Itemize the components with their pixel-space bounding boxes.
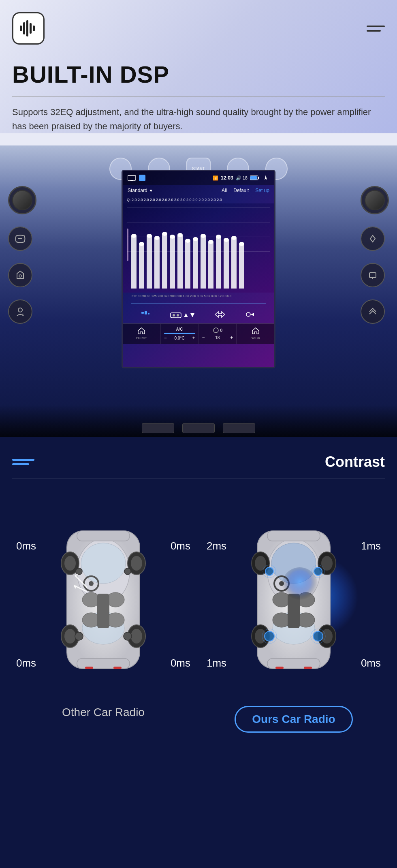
- svg-point-6: [19, 275, 21, 277]
- sound-wave-icon: [18, 18, 38, 38]
- our-top-left-ms: 2ms: [207, 540, 226, 552]
- svg-rect-30: [77, 531, 130, 541]
- svg-point-33: [64, 556, 76, 571]
- svg-point-61: [255, 556, 266, 571]
- svg-rect-84: [275, 667, 284, 669]
- other-top-left-ms: 0ms: [16, 540, 36, 552]
- center-screen: 📶 12:03 🔊 18 Standard ▼ All Default Set …: [122, 170, 275, 368]
- svg-rect-11: [128, 175, 136, 180]
- svg-point-81: [313, 631, 323, 641]
- preset-label: Standard: [128, 188, 147, 193]
- svg-rect-2: [26, 20, 28, 36]
- other-bottom-right-ms: 0ms: [171, 657, 190, 669]
- page-title: BUILT-IN DSP: [12, 61, 385, 88]
- hamburger-menu[interactable]: [367, 26, 385, 32]
- other-bottom-left-ms: 0ms: [16, 657, 36, 669]
- other-car-with-labels: 0ms 0ms 0ms 0ms: [12, 499, 194, 702]
- contrast-header: Contrast: [12, 453, 385, 470]
- svg-point-50: [124, 632, 132, 640]
- svg-point-63: [321, 556, 333, 571]
- contrast-title: Contrast: [325, 453, 385, 470]
- svg-point-24: [246, 312, 250, 316]
- comparison-section: Contrast 0ms 0ms 0ms 0ms: [0, 437, 397, 868]
- svg-rect-59: [267, 658, 320, 669]
- svg-marker-23: [190, 313, 194, 317]
- svg-rect-4: [33, 26, 35, 31]
- svg-rect-51: [85, 667, 93, 669]
- svg-point-77: [314, 567, 322, 575]
- svg-point-75: [265, 567, 273, 575]
- right-knob-top: [361, 186, 389, 214]
- svg-rect-17: [145, 311, 147, 314]
- our-car-label: Ours Car Radio: [252, 713, 335, 725]
- title-divider: [12, 96, 385, 97]
- svg-rect-31: [77, 658, 130, 669]
- other-car-badge: Other Car Radio: [62, 706, 145, 719]
- svg-rect-18: [148, 313, 149, 314]
- contrast-divider: [12, 479, 385, 479]
- svg-rect-1: [23, 22, 25, 34]
- our-bottom-left-ms: 1ms: [207, 657, 226, 669]
- svg-point-35: [131, 556, 142, 571]
- left-button-2: [8, 263, 32, 287]
- our-car-image: [245, 523, 342, 678]
- svg-rect-9: [369, 273, 376, 278]
- svg-point-46: [89, 581, 94, 586]
- header-section: BUILT-IN DSP Supports 32EQ adjustment, a…: [0, 0, 397, 133]
- our-car-side: 2ms 1ms 1ms 0ms: [203, 499, 385, 733]
- svg-point-25: [213, 328, 218, 333]
- svg-rect-14: [258, 177, 259, 179]
- car-image-section: START: [0, 145, 397, 437]
- svg-point-48: [124, 568, 131, 575]
- svg-point-47: [76, 568, 82, 575]
- svg-point-79: [265, 631, 274, 641]
- logo: [12, 12, 45, 45]
- svg-rect-19: [171, 313, 181, 318]
- svg-rect-3: [30, 23, 32, 34]
- svg-point-83: [282, 567, 318, 604]
- other-car-image: [55, 523, 152, 678]
- svg-point-39: [131, 629, 142, 644]
- other-car-label: Other Car Radio: [62, 706, 145, 718]
- our-car-badge-outline[interactable]: Ours Car Radio: [235, 706, 352, 733]
- svg-rect-85: [304, 667, 312, 669]
- right-button-1: [361, 227, 385, 251]
- our-car-badge[interactable]: Ours Car Radio: [235, 706, 352, 733]
- our-car-with-labels: 2ms 1ms 1ms 0ms: [203, 499, 385, 702]
- left-knob-top: [8, 186, 36, 214]
- svg-rect-16: [141, 312, 144, 314]
- screen-time: 12:03: [221, 175, 233, 181]
- svg-marker-22: [184, 313, 188, 317]
- other-top-right-ms: 0ms: [171, 540, 190, 552]
- right-button-3: [361, 299, 385, 324]
- cars-comparison: 0ms 0ms 0ms 0ms: [12, 499, 385, 733]
- right-button-2: [361, 263, 385, 287]
- svg-point-37: [64, 629, 76, 644]
- left-button-3: [8, 299, 32, 324]
- svg-rect-58: [267, 531, 320, 541]
- svg-rect-12: [130, 180, 133, 181]
- svg-rect-52: [113, 667, 122, 669]
- svg-rect-44: [97, 594, 109, 628]
- contrast-lines-icon: [12, 459, 34, 465]
- our-top-right-ms: 1ms: [361, 540, 381, 552]
- left-button-1: [8, 227, 32, 251]
- svg-point-7: [18, 308, 22, 312]
- svg-rect-15: [250, 176, 257, 180]
- svg-point-20: [173, 314, 175, 316]
- svg-point-21: [177, 314, 179, 316]
- svg-point-49: [75, 632, 83, 640]
- other-car-side: 0ms 0ms 0ms 0ms: [12, 499, 194, 733]
- top-nav: [12, 12, 385, 45]
- subtitle-text: Supports 32EQ adjustment, and the ultra-…: [12, 105, 385, 133]
- our-bottom-right-ms: 0ms: [361, 657, 381, 669]
- svg-rect-0: [20, 26, 22, 31]
